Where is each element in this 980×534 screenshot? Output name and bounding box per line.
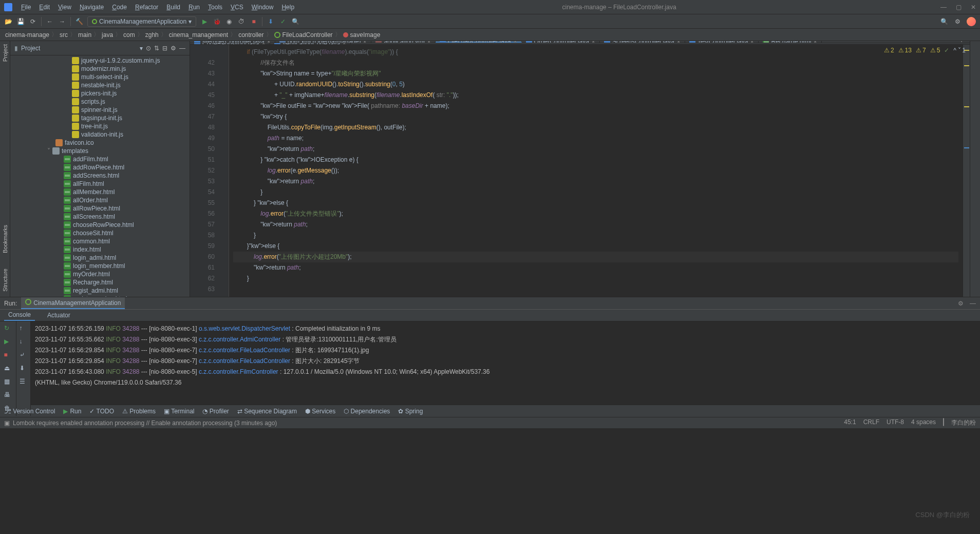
readonly-icon[interactable] xyxy=(943,418,944,427)
layout-icon[interactable]: ▦ xyxy=(4,378,12,386)
open-icon[interactable]: 📂 xyxy=(4,17,12,26)
hide-icon[interactable]: — xyxy=(179,45,185,52)
editor-tab[interactable]: MemberController.java✕ xyxy=(190,41,275,43)
tree-item[interactable]: myOrder.html xyxy=(10,270,190,278)
tool-run[interactable]: ▶ Run xyxy=(63,408,81,415)
run-tab-actuator[interactable]: Actuator xyxy=(41,310,74,320)
hide-icon[interactable]: — xyxy=(970,300,976,307)
rerun-icon[interactable]: ↻ xyxy=(4,325,12,333)
tree-item[interactable]: addFilm.html xyxy=(10,155,190,163)
editor-tab[interactable]: OrderController.java✕ xyxy=(522,41,600,43)
fold-gutter[interactable] xyxy=(221,45,229,297)
tree-item[interactable]: chooseSit.html xyxy=(10,229,190,237)
run-icon[interactable]: ▶ xyxy=(200,17,209,26)
menu-window[interactable]: Window xyxy=(248,2,277,12)
editor-tab[interactable]: FileLoadController.java✕ xyxy=(436,41,522,43)
tree-item[interactable]: spinner-init.js xyxy=(10,106,190,114)
tree-item[interactable]: regist_member.html xyxy=(10,295,190,297)
git-branch[interactable]: 李白的粉 xyxy=(951,418,976,427)
settings-icon[interactable]: ⚙ xyxy=(953,17,962,26)
gear-icon[interactable]: ⚙ xyxy=(171,45,176,52)
tree-item[interactable]: login_member.html xyxy=(10,262,190,270)
profile-icon[interactable]: ⏱ xyxy=(237,17,246,26)
editor-tab[interactable]: ScreensController.java✕ xyxy=(600,41,685,43)
editor-tab[interactable]: pom.xml (cinema-manage)✕ xyxy=(275,41,372,43)
tree-item[interactable]: nestable-init.js xyxy=(10,81,190,89)
menu-tools[interactable]: Tools xyxy=(204,2,226,12)
line-separator[interactable]: CRLF xyxy=(863,418,879,427)
bookmarks-tab[interactable]: Bookmarks xyxy=(2,225,8,253)
vcs-commit-icon[interactable]: ✓ xyxy=(279,17,287,26)
breadcrumb-item[interactable]: src xyxy=(60,31,68,39)
exit-icon[interactable]: ⏏ xyxy=(4,365,12,373)
tool-dependencies[interactable]: ⬡ Dependencies xyxy=(344,408,390,415)
coverage-icon[interactable]: ◉ xyxy=(225,17,233,26)
tool-profiler[interactable]: ◔ Profiler xyxy=(202,408,229,415)
down-icon[interactable]: ↓ xyxy=(20,338,28,346)
tree-item[interactable]: allFilm.html xyxy=(10,180,190,188)
tool-sequence-diagram[interactable]: ⇄ Sequence Diagram xyxy=(237,408,297,415)
tree-item[interactable]: allRowPiece.html xyxy=(10,204,190,213)
project-toolwindow-tab[interactable]: Project xyxy=(2,44,8,62)
menu-help[interactable]: Help xyxy=(278,2,298,12)
breadcrumb-item[interactable]: com xyxy=(123,31,135,39)
minimize-icon[interactable]: — xyxy=(940,4,947,11)
select-opened-icon[interactable]: ⊙ xyxy=(146,45,151,52)
editor-tab[interactable]: CodeRepository.java✕ xyxy=(190,43,270,44)
tree-item[interactable]: index.html xyxy=(10,245,190,254)
tree-item[interactable]: validation-init.js xyxy=(10,130,190,139)
breadcrumb-item[interactable]: cinema_management xyxy=(169,31,228,39)
chevron-down-icon[interactable]: ▾ xyxy=(140,45,143,52)
stop-icon[interactable]: ■ xyxy=(4,351,12,359)
breadcrumb-item[interactable]: cinema-manage xyxy=(5,31,49,39)
editor-tab[interactable]: TestController.java✕ xyxy=(685,41,759,43)
tree-item[interactable]: tree-init.js xyxy=(10,122,190,130)
breadcrumb-item[interactable]: controller xyxy=(238,31,263,39)
vcs-update-icon[interactable]: ⬇ xyxy=(267,17,275,26)
search-icon[interactable]: 🔍 xyxy=(940,17,948,26)
tool-terminal[interactable]: ▣ Terminal xyxy=(164,408,194,415)
save-all-icon[interactable]: 💾 xyxy=(16,17,25,26)
tree-item[interactable]: modernizr.min.js xyxy=(10,65,190,73)
run-tab-console[interactable]: Console xyxy=(4,310,35,321)
close-icon[interactable]: ✕ xyxy=(971,4,976,11)
tool-problems[interactable]: ⚠ Problems xyxy=(122,408,156,415)
scroll-icon[interactable]: ⬇ xyxy=(20,365,28,373)
menu-code[interactable]: Code xyxy=(108,2,130,12)
maximize-icon[interactable]: ▢ xyxy=(956,4,962,11)
build-icon[interactable]: 🔨 xyxy=(75,17,83,26)
menu-view[interactable]: View xyxy=(54,2,75,12)
tool-version-control[interactable]: ⎇ Version Control xyxy=(4,408,55,415)
tree-item[interactable]: Recharge.html xyxy=(10,278,190,287)
print-icon[interactable]: 🖶 xyxy=(4,391,12,399)
tree-item[interactable]: chooseRowPiece.html xyxy=(10,221,190,229)
tree-item[interactable]: allScreens.html xyxy=(10,213,190,221)
run-icon[interactable]: ▶ xyxy=(4,338,12,346)
tree-item[interactable]: login_admi.html xyxy=(10,254,190,262)
tree-item[interactable]: multi-select-init.js xyxy=(10,73,190,81)
breadcrumb-item[interactable]: FileLoadController xyxy=(282,31,333,39)
menu-build[interactable]: Build xyxy=(163,2,184,12)
tool-services[interactable]: ⬢ Services xyxy=(305,408,335,415)
tree-item[interactable]: jquery-ui-1.9.2.custom.min.js xyxy=(10,56,190,65)
search-everywhere-icon[interactable]: 🔍 xyxy=(291,17,299,26)
wrap-icon[interactable]: ⤶ xyxy=(20,351,28,359)
tree-item[interactable]: pickers-init.js xyxy=(10,89,190,98)
tree-folder[interactable]: ˅templates xyxy=(10,147,190,155)
run-config-selector[interactable]: CinemaManagementApplication ▾ xyxy=(87,16,196,27)
up-icon[interactable]: ↑ xyxy=(20,325,28,333)
tree-item[interactable]: favicon.ico xyxy=(10,139,190,147)
tree-item[interactable]: scripts.js xyxy=(10,98,190,106)
expand-all-icon[interactable]: ⇅ xyxy=(154,45,159,52)
structure-tab[interactable]: Structure xyxy=(2,269,8,292)
filter-icon[interactable]: ☰ xyxy=(20,378,28,386)
tool-spring[interactable]: ✿ Spring xyxy=(398,408,423,415)
editor-tab[interactable]: VerificationCode.java✕ xyxy=(270,43,351,44)
console-output[interactable]: 2023-11-07 16:55:26.159 INFO 34288 --- [… xyxy=(31,321,980,416)
indent-info[interactable]: 4 spaces xyxy=(911,418,936,427)
caret-position[interactable]: 45:1 xyxy=(844,418,856,427)
editor-tab[interactable]: Recharge.html✕ xyxy=(759,41,822,43)
tree-item[interactable]: regist_admi.html xyxy=(10,287,190,295)
breadcrumb-item[interactable]: saveImage xyxy=(350,31,381,39)
tree-item[interactable]: allMember.html xyxy=(10,188,190,196)
